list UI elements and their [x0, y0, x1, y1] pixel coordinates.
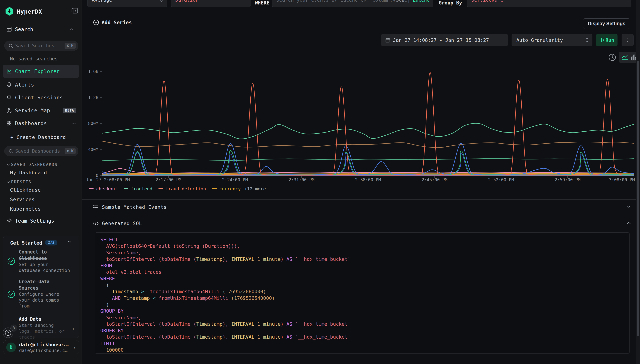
sql-line: FROM [100, 262, 629, 269]
legend-item-frontend[interactable]: frontend [124, 186, 152, 192]
series-line-series-6 [102, 150, 634, 175]
create-dashboard-button[interactable]: + Create Dashboard [10, 134, 66, 140]
user-name: dale@clickhouse.… [19, 342, 69, 347]
group-by-input[interactable]: ServiceName [467, 0, 631, 7]
x-axis-labels: Jan 27 2:08:00 PM2:17:00 PM2:24:00 PM2:3… [102, 177, 634, 183]
service-map-icon [7, 108, 12, 113]
more-options-button[interactable]: ⋮ [621, 34, 633, 46]
scrollbar-thumb[interactable] [636, 61, 639, 336]
collapse-sidebar-icon[interactable] [71, 7, 78, 14]
onboarding-step-connect[interactable]: Connect to ClickHouse Set up your databa… [19, 249, 73, 273]
preset-item-clickhouse[interactable]: ClickHouse [10, 187, 41, 193]
x-tick-label: Jan 27 2:08:00 PM [86, 177, 130, 182]
legend-item-fraud-detection[interactable]: fraud-detection [159, 186, 206, 192]
laptop-icon [7, 95, 12, 100]
play-icon [600, 38, 605, 42]
x-tick-label: 2:31:00 PM [289, 177, 314, 182]
query-language-toggle[interactable]: SQL | Lucene [396, 0, 430, 3]
onboarding-step-sources[interactable]: Create Data Sources Configure where your… [19, 278, 73, 309]
x-tick-label: 2:17:00 PM [156, 177, 182, 182]
saved-searches-input[interactable] [15, 41, 64, 51]
legend-label: checkout [96, 186, 118, 192]
granularity-select[interactable]: Auto Granularity [511, 34, 592, 46]
sidebar-section-search[interactable]: Search [0, 24, 82, 36]
sample-matched-events-header[interactable]: Sample Matched Events [82, 199, 636, 216]
legend-item-currency[interactable]: currency [212, 186, 241, 192]
series-line-series-8 [102, 141, 634, 148]
legend-label: frontend [131, 186, 152, 192]
x-tick-label: 2:24:00 PM [222, 177, 248, 182]
sql-line: SELECT [100, 236, 629, 243]
sql-line: AND Timestamp < fromUnixTimestamp64Milli… [100, 295, 629, 302]
field-input[interactable]: Duration [171, 0, 251, 7]
x-tick-label: 2:45:00 PM [422, 177, 447, 182]
clock-icon[interactable] [608, 53, 617, 62]
series-line-series-7 [102, 153, 634, 175]
generated-sql-header[interactable]: Generated SQL [82, 216, 636, 232]
y-tick-label: 1.2B [82, 95, 98, 100]
chart-explorer-icon [7, 68, 12, 74]
aggregation-select[interactable]: Average [87, 0, 167, 7]
preset-item-kubernetes[interactable]: Kubernetes [10, 206, 41, 212]
timeseries-chart[interactable] [102, 72, 634, 176]
help-button[interactable] [3, 328, 13, 338]
chart-legend: checkoutfrontendfraud-detectioncurrency+… [89, 186, 266, 192]
chevron-up-icon [69, 28, 73, 31]
progress-badge: 2/3 [45, 240, 58, 246]
add-series-button[interactable]: Add Series [93, 19, 132, 28]
sql-line: toStartOfInterval (toDateTime (Timestamp… [100, 334, 629, 340]
saved-searches-search[interactable]: ⌘ K [4, 40, 78, 51]
run-button[interactable]: Run [596, 34, 617, 46]
sql-line: GROUP BY [100, 308, 629, 314]
y-tick-label: 1.6B [82, 69, 98, 74]
sidebar-item-client-sessions[interactable]: Client Sessions [3, 91, 79, 104]
saved-dashboards-input[interactable] [15, 146, 64, 156]
sidebar-item-alerts[interactable]: Alerts [3, 78, 79, 91]
sidebar-item-chart-explorer[interactable]: Chart Explorer [3, 65, 79, 78]
search-query-input[interactable]: Search your events w/ Lucene ex: column:… [272, 0, 433, 7]
line-chart-icon[interactable] [621, 54, 628, 60]
sidebar-item-service-map[interactable]: Service Map BETA [3, 104, 79, 117]
legend-item-checkout[interactable]: checkout [89, 186, 118, 192]
sidebar-item-dashboards[interactable]: Dashboards [3, 117, 79, 130]
sql-line: ServiceName, [100, 250, 629, 256]
hyperdx-logo-icon [5, 7, 14, 16]
sql-line: ) [100, 302, 629, 308]
chevron-down-icon [7, 164, 10, 166]
search-icon [9, 149, 14, 154]
chevron-right-icon: › [73, 344, 76, 350]
bell-icon [7, 82, 12, 87]
date-range-button[interactable]: Jan 27 14:08:27 - Jan 27 15:08:27 [381, 34, 508, 46]
user-menu[interactable]: D dale@clickhouse.… dale@clickhouse.c… › [3, 340, 79, 354]
series-line-frontend [102, 123, 634, 139]
preset-item-services[interactable]: Services [10, 197, 35, 202]
display-settings-button[interactable]: Display Settings [583, 18, 630, 29]
legend-swatch [124, 188, 128, 189]
y-axis-labels: 0400M800M1.2B1.6B [82, 72, 98, 176]
calendar-icon [385, 38, 390, 43]
saved-dashboards-search[interactable]: ⌘ K [4, 146, 78, 156]
scrollbar[interactable] [636, 0, 640, 364]
section-presets[interactable]: PRESETS [11, 180, 32, 184]
legend-more-link[interactable]: +12 more [244, 186, 266, 192]
chevron-up-icon[interactable] [67, 240, 71, 243]
legend-swatch [159, 188, 163, 189]
kbd-shortcut: ⌘ K [65, 148, 76, 154]
kbd-shortcut: ⌘ K [65, 43, 76, 49]
dashboard-item-my-dashboard[interactable]: My Dashboard [10, 170, 47, 176]
no-saved-searches-text: No saved searches [10, 56, 58, 62]
avatar: D [6, 342, 16, 352]
main-content: Average Duration WHERE Search your event… [82, 0, 636, 364]
arrow-right-icon: → [71, 325, 74, 332]
generated-sql-panel[interactable]: SELECT AVG(toFloat64OrDefault (toString … [95, 232, 630, 354]
x-tick-label: 3:08:00 PM [609, 177, 635, 182]
y-tick-label: 400M [82, 147, 98, 152]
select-chevrons-icon [585, 37, 589, 43]
gear-icon [7, 218, 12, 223]
onboarding-step-add-data[interactable]: Add Data Start sending logs, metrics, or… [19, 316, 73, 340]
section-saved-dashboards[interactable]: SAVED DASHBOARDS [11, 162, 58, 167]
x-tick-label: 2:59:00 PM [555, 177, 581, 182]
search-table-icon [7, 26, 12, 32]
sidebar-item-team-settings[interactable]: Team Settings [0, 216, 82, 227]
chevron-down-icon [626, 205, 631, 208]
